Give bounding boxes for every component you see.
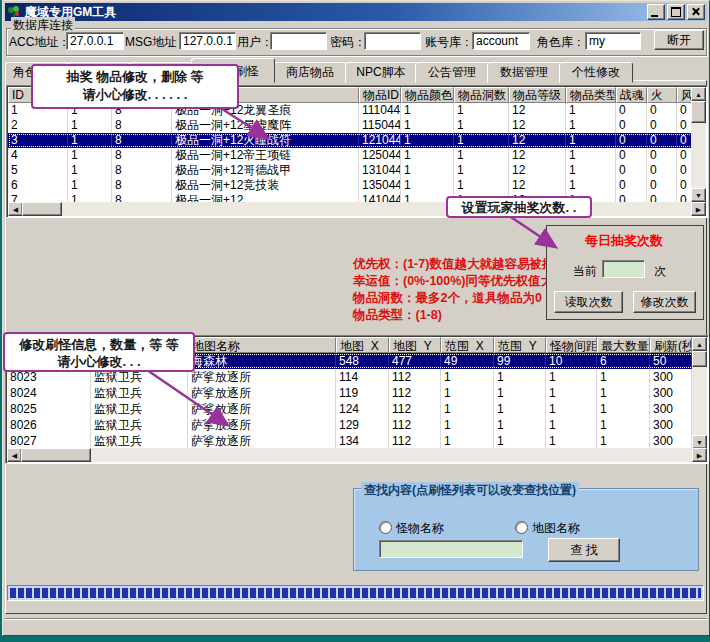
table-cell[interactable]: 1 — [566, 133, 616, 148]
table-cell[interactable]: 1 — [454, 148, 509, 163]
table-cell[interactable]: 0 — [616, 133, 647, 148]
spawn-table-horizontal-scrollbar[interactable]: ◀ ▶ — [7, 448, 707, 462]
column-header[interactable]: 地图_Y — [389, 337, 441, 353]
table-cell[interactable]: 135044 — [359, 178, 401, 193]
table-cell[interactable]: 0 — [616, 178, 647, 193]
table-row[interactable]: 418极品一洞+12帝王项链12504411121000 — [8, 148, 693, 163]
search-button[interactable]: 查 找 — [548, 538, 620, 562]
table-cell[interactable]: 0 — [647, 133, 677, 148]
scroll-right-icon[interactable]: ▶ — [692, 448, 707, 462]
table-cell[interactable]: 1 — [68, 193, 112, 202]
table-cell[interactable]: 1 — [441, 417, 494, 433]
tab-npc-script[interactable]: NPC脚本 — [345, 62, 417, 83]
table-cell[interactable]: 1 — [597, 433, 650, 449]
scroll-down-icon[interactable]: ▼ — [692, 435, 707, 449]
table-cell[interactable]: 8026 — [7, 417, 91, 433]
table-cell[interactable]: 7 — [8, 193, 68, 202]
table-cell[interactable]: 1 — [401, 118, 454, 133]
table-cell[interactable]: 300 — [650, 433, 692, 449]
table-cell[interactable]: 1 — [494, 417, 546, 433]
column-header[interactable]: 物品ID — [359, 87, 401, 103]
table-cell[interactable]: 0 — [647, 163, 677, 178]
table-cell[interactable]: 8 — [112, 163, 172, 178]
table-row[interactable]: 8026监狱卫兵萨挲放逐所1291121111300 — [7, 417, 694, 433]
table-cell[interactable]: 119 — [336, 385, 389, 401]
table-cell[interactable]: 112 — [389, 385, 441, 401]
table-cell[interactable]: 6 — [8, 178, 68, 193]
item-table-hscroll-thumb[interactable] — [22, 202, 62, 216]
scroll-up-icon[interactable]: ▲ — [691, 87, 706, 101]
read-count-button[interactable]: 读取次数 — [554, 291, 623, 313]
table-cell[interactable]: 8 — [112, 118, 172, 133]
table-cell[interactable]: 12 — [509, 148, 566, 163]
table-cell[interactable]: 1 — [68, 148, 112, 163]
table-cell[interactable]: 8024 — [7, 385, 91, 401]
table-cell[interactable]: 极品一洞+12 — [172, 193, 359, 202]
table-cell[interactable]: 1 — [401, 133, 454, 148]
table-cell[interactable]: 1 — [597, 385, 650, 401]
scroll-down-icon[interactable]: ▼ — [691, 188, 706, 202]
table-cell[interactable]: 1 — [68, 163, 112, 178]
table-cell[interactable]: 12 — [509, 163, 566, 178]
close-button[interactable] — [687, 4, 705, 20]
table-cell[interactable]: 8 — [112, 133, 172, 148]
search-input[interactable] — [379, 540, 523, 558]
column-header[interactable]: 物品等级 — [509, 87, 566, 103]
table-cell[interactable]: 300 — [650, 401, 692, 417]
table-cell[interactable]: 0 — [647, 103, 677, 118]
table-cell[interactable]: 115044 — [359, 118, 401, 133]
table-cell[interactable]: 极品一洞+12竞技装 — [172, 178, 359, 193]
table-row[interactable]: 518极品一洞+12哥德战甲13104411121000 — [8, 163, 693, 178]
table-cell[interactable]: 1 — [454, 103, 509, 118]
column-header[interactable]: 最大数量 — [597, 337, 650, 353]
table-cell[interactable]: 300 — [650, 369, 692, 385]
table-cell[interactable]: 1 — [401, 163, 454, 178]
title-bar[interactable]: 魔域专用GM工具 — [5, 3, 707, 21]
table-cell[interactable]: 8 — [112, 193, 172, 202]
table-cell[interactable]: 1 — [401, 103, 454, 118]
map-name-radio-label[interactable]: 地图名称 — [532, 520, 580, 537]
table-cell[interactable]: 125044 — [359, 148, 401, 163]
table-cell[interactable]: 1 — [454, 178, 509, 193]
column-header[interactable]: 地图名称 — [188, 337, 336, 353]
table-cell[interactable]: 1 — [68, 133, 112, 148]
table-cell[interactable]: 8 — [112, 148, 172, 163]
table-cell[interactable]: 萨挲放逐所 — [188, 401, 336, 417]
table-cell[interactable]: 8027 — [7, 433, 91, 449]
table-cell[interactable]: 1 — [68, 118, 112, 133]
table-cell[interactable]: 1 — [494, 401, 546, 417]
table-cell[interactable]: 12 — [509, 103, 566, 118]
modify-count-button[interactable]: 修改次数 — [633, 291, 696, 313]
scroll-up-icon[interactable]: ▲ — [692, 337, 707, 351]
table-cell[interactable]: 300 — [650, 385, 692, 401]
table-cell[interactable]: 141044 — [359, 193, 401, 202]
table-cell[interactable]: 129 — [336, 417, 389, 433]
table-cell[interactable]: 1 — [546, 417, 597, 433]
column-header[interactable]: 火 — [647, 87, 677, 103]
table-cell[interactable]: 1 — [454, 133, 509, 148]
account-db-input[interactable] — [472, 32, 530, 50]
table-cell[interactable]: 1 — [441, 385, 494, 401]
table-cell[interactable]: 10 — [546, 353, 597, 369]
scroll-left-icon[interactable]: ◀ — [7, 448, 22, 462]
table-cell[interactable]: 1 — [566, 118, 616, 133]
table-cell[interactable]: 6 — [597, 353, 650, 369]
column-header[interactable]: 范围_Y — [494, 337, 546, 353]
item-table-vertical-scrollbar[interactable]: ▲ ▼ — [691, 87, 706, 202]
table-cell[interactable]: 12 — [509, 133, 566, 148]
table-cell[interactable]: 1 — [597, 401, 650, 417]
table-cell[interactable]: 12 — [509, 178, 566, 193]
acc-address-input[interactable] — [66, 32, 124, 50]
table-cell[interactable]: 1 — [401, 178, 454, 193]
table-cell[interactable]: 海森林 — [188, 353, 336, 369]
table-cell[interactable]: 0 — [647, 148, 677, 163]
user-input[interactable] — [270, 32, 327, 50]
table-row[interactable]: 8027监狱卫兵萨挲放逐所1341121111300 — [7, 433, 694, 449]
table-cell[interactable]: 114 — [336, 369, 389, 385]
table-cell[interactable]: 1 — [454, 118, 509, 133]
table-cell[interactable]: 111044 — [359, 103, 401, 118]
table-cell[interactable]: 50 — [650, 353, 692, 369]
table-cell[interactable]: 112 — [389, 401, 441, 417]
table-cell[interactable]: 极品一洞+12哥德战甲 — [172, 163, 359, 178]
table-cell[interactable]: 1 — [401, 148, 454, 163]
